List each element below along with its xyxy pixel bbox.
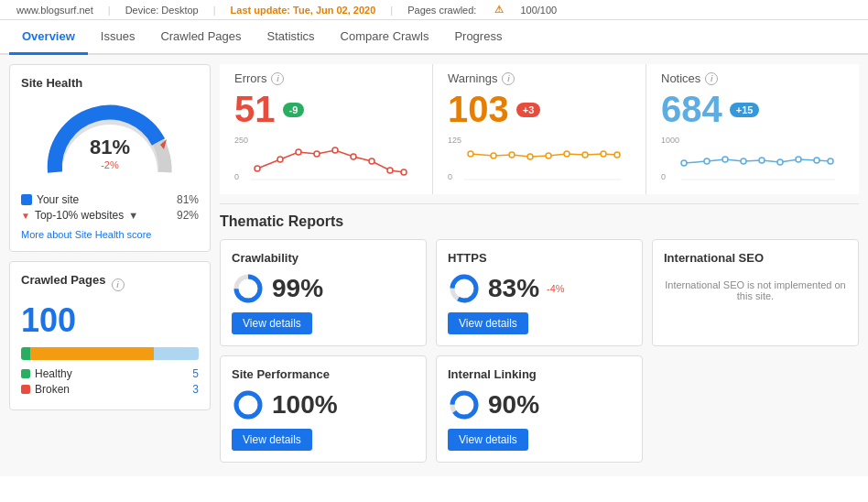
tab-compare-crawls[interactable]: Compare Crawls: [328, 20, 442, 55]
healthy-count: 5: [192, 367, 199, 380]
warnings-sparkline: 125 0: [448, 134, 622, 184]
notices-chart: 1000 0: [661, 134, 844, 187]
broken-legend: Broken 3: [21, 383, 199, 396]
crawlability-percent: 99%: [272, 274, 323, 303]
nav-tabs: Overview Issues Crawled Pages Statistics…: [0, 20, 868, 55]
errors-info-icon[interactable]: i: [271, 72, 284, 85]
warnings-badge: +3: [516, 103, 541, 117]
health-percent: 81%: [90, 136, 130, 159]
svg-point-34: [814, 158, 819, 163]
device-label: Device: Desktop: [118, 5, 206, 16]
notices-info-icon[interactable]: i: [705, 72, 718, 85]
svg-text:125: 125: [448, 136, 461, 145]
int-linking-title: Internal Linking: [448, 367, 631, 381]
site-perf-view-details-btn[interactable]: View details: [232, 429, 312, 451]
svg-point-29: [722, 157, 728, 162]
svg-point-28: [704, 158, 710, 164]
top10-chevron: ▼: [128, 210, 138, 221]
top10-value: 92%: [177, 209, 199, 222]
errors-badge: -9: [283, 103, 305, 117]
warnings-card: Warnings i 103 +3 125 0: [433, 64, 646, 194]
notices-card: Notices i 684 +15 1000 0: [646, 64, 859, 194]
tab-issues[interactable]: Issues: [88, 20, 148, 55]
crawled-pages-title: Crawled Pages: [21, 273, 106, 287]
site-perf-donut: [232, 388, 265, 421]
svg-point-30: [741, 158, 746, 164]
warnings-chart: 125 0: [448, 134, 631, 187]
crawled-pages-card: Crawled Pages i 100 Healthy 5 Broken: [9, 261, 211, 410]
progress-blue: [154, 347, 199, 360]
crawlability-view-details-btn[interactable]: View details: [232, 312, 312, 334]
svg-point-44: [452, 393, 476, 417]
errors-chart: 250 0: [234, 134, 418, 187]
healthy-legend: Healthy 5: [21, 367, 199, 380]
svg-point-16: [491, 153, 496, 158]
report-international-seo: International SEO International SEO is n…: [652, 239, 859, 346]
more-site-health-link[interactable]: More about Site Health score: [21, 229, 199, 240]
tab-crawled-pages[interactable]: Crawled Pages: [147, 20, 254, 55]
svg-point-20: [564, 151, 570, 157]
top10-arrow: ▼: [21, 211, 30, 221]
notices-sparkline: 1000 0: [661, 134, 835, 184]
metrics-row: Errors i 51 -9 250 0: [220, 64, 859, 204]
int-seo-note: International SEO is not implemented on …: [664, 279, 847, 301]
broken-count: 3: [192, 383, 199, 396]
errors-value: 51: [234, 89, 276, 130]
crawled-pages-info-icon[interactable]: i: [112, 278, 125, 291]
svg-point-3: [255, 166, 260, 171]
tab-progress[interactable]: Progress: [441, 20, 515, 55]
tab-overview[interactable]: Overview: [9, 20, 88, 55]
tab-statistics[interactable]: Statistics: [255, 20, 328, 55]
svg-point-6: [314, 151, 320, 157]
int-linking-view-details-btn[interactable]: View details: [448, 429, 528, 451]
svg-point-33: [796, 157, 801, 162]
svg-point-19: [546, 153, 551, 158]
your-site-label: Your site: [37, 193, 79, 206]
thematic-title: Thematic Reports: [220, 213, 859, 230]
broken-square: [21, 385, 30, 394]
svg-point-35: [828, 158, 833, 164]
svg-point-10: [387, 168, 393, 173]
https-donut: [448, 272, 481, 305]
pages-count: 100/100: [513, 5, 564, 16]
https-percent: 83%: [488, 274, 539, 303]
svg-point-31: [759, 158, 765, 163]
site-health-card: Site Health 81% -2%: [9, 64, 211, 252]
top-bar: www.blogsurf.net | Device: Desktop | Las…: [0, 0, 868, 20]
svg-text:1000: 1000: [661, 136, 679, 145]
svg-text:0: 0: [661, 172, 666, 181]
svg-point-32: [777, 159, 783, 165]
healthy-label: Healthy: [35, 367, 72, 380]
progress-green: [21, 347, 30, 360]
int-seo-title: International SEO: [664, 251, 847, 265]
warnings-info-icon[interactable]: i: [502, 72, 515, 85]
thematic-reports-section: Thematic Reports Crawlability 99% View d…: [220, 213, 859, 463]
top10-label: Top-10% websites: [35, 209, 124, 222]
errors-label: Errors: [234, 71, 266, 85]
site-perf-title: Site Performance: [232, 367, 415, 381]
int-linking-donut: [448, 388, 481, 421]
https-view-details-btn[interactable]: View details: [448, 312, 528, 334]
site-perf-percent: 100%: [272, 390, 338, 420]
notices-badge: +15: [730, 103, 760, 117]
errors-card: Errors i 51 -9 250 0: [220, 64, 433, 194]
warnings-label: Warnings: [448, 71, 497, 85]
your-site-legend: Your site 81%: [21, 193, 199, 206]
svg-point-23: [614, 152, 620, 158]
svg-point-27: [681, 160, 687, 166]
svg-point-21: [582, 152, 588, 158]
broken-label: Broken: [35, 383, 70, 396]
crawled-progress-bar: [21, 347, 199, 360]
errors-sparkline: 250 0: [234, 134, 408, 184]
pages-crawled-label: Pages crawled:: [400, 5, 483, 16]
reports-grid: Crawlability 99% View details HTTPS: [220, 239, 859, 463]
right-panel: Errors i 51 -9 250 0: [211, 64, 859, 467]
your-site-dot: [21, 194, 32, 205]
https-title: HTTPS: [448, 251, 631, 265]
domain-label: www.blogsurf.net: [9, 5, 101, 16]
crawlability-title: Crawlability: [232, 251, 415, 265]
warning-icon: ⚠: [487, 4, 511, 16]
svg-text:0: 0: [448, 172, 452, 181]
svg-point-4: [277, 157, 283, 162]
progress-orange: [30, 347, 155, 360]
